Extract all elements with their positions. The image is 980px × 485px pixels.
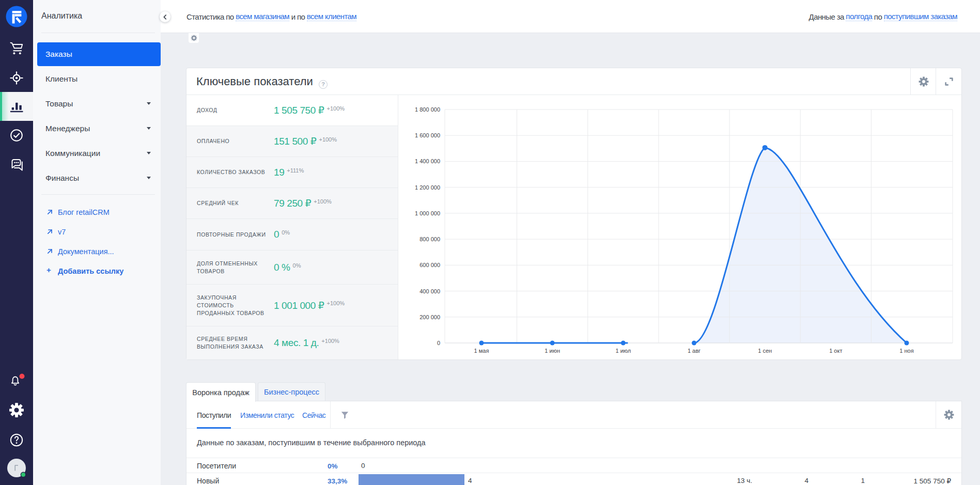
period-text-2: по [872, 12, 883, 21]
funnel-settings-button[interactable] [936, 401, 961, 428]
metric-value: 19 [274, 167, 284, 178]
data-point [550, 341, 555, 346]
stats-link-1[interactable]: всем магазинам [236, 12, 289, 21]
x-axis-label: 1 сен [758, 348, 772, 354]
tab-business-process[interactable]: Бизнес-процесс [258, 382, 325, 401]
metric-row: Доход1 505 750 ₽+100% [186, 95, 398, 126]
chevron-down-icon [147, 152, 151, 154]
funnel-row-clients: 1 [808, 477, 865, 484]
gear-icon [191, 35, 197, 41]
funnel-subtabs: ПоступилиИзменили статусСейчас [186, 401, 330, 429]
metric-row: Среднее время выполнения заказа4 мес. 1 … [186, 326, 398, 359]
period-link-1[interactable]: полгода [846, 12, 872, 21]
funnel-panel: ПоступилиИзменили статусСейчас Данные по… [186, 401, 962, 485]
rail-item-help[interactable] [0, 431, 33, 449]
funnel-row-name: Новый [197, 477, 219, 485]
metric-label: Закупочная стоимость проданных товаров [197, 294, 274, 317]
line-chart: 0200 000400 000600 000800 0001 000 0001 … [398, 95, 962, 360]
sidebar-link-docs[interactable]: Документация... [33, 245, 161, 258]
y-axis-label: 1 400 000 [415, 158, 440, 164]
question-circle-icon [8, 431, 25, 449]
topbar: Статистика по всем магазинам и по всем к… [161, 0, 980, 33]
subtab-now[interactable]: Сейчас [302, 401, 325, 429]
metric-value: 0 % [274, 262, 290, 273]
rail-item-analytics[interactable] [0, 99, 33, 114]
metric-row: Средний чек79 250 ₽+100% [186, 187, 398, 218]
external-link-icon [46, 209, 53, 215]
settings-gear-icon [8, 401, 25, 419]
kpi-card-title: Ключевые показатели [196, 75, 313, 88]
metric-delta: +100% [321, 338, 339, 344]
metric-delta: +100% [327, 105, 345, 112]
metric-value: 1 001 000 ₽ [274, 300, 324, 311]
main-area: Статистика по всем магазинам и по всем к… [161, 0, 980, 485]
tab-sales-funnel[interactable]: Воронка продаж [186, 382, 256, 402]
subtab-status-changed[interactable]: Изменили статус [240, 401, 294, 429]
metric-row: Повторные продажи00% [186, 218, 398, 250]
funnel-description-row: Данные по заказам, поступившим в течение… [186, 429, 961, 458]
sidebar-item-label: Финансы [45, 174, 79, 183]
sidebar-link-v7[interactable]: v7 [33, 226, 161, 238]
sidebar-collapse-button[interactable] [160, 11, 170, 22]
funnel-row-bar-value: 4 [468, 477, 472, 484]
bar-chart-icon [9, 100, 24, 113]
metric-row: Закупочная стоимость проданных товаров1 … [186, 284, 398, 326]
funnel-section: Воронка продажБизнес-процесс ПоступилиИз… [186, 382, 962, 485]
y-axis-label: 600 000 [419, 262, 440, 268]
sidebar-add-link-button[interactable]: +Добавить ссылку [33, 265, 161, 277]
bell-icon [7, 373, 26, 390]
y-axis-label: 0 [437, 340, 440, 346]
sidebar-item-finances[interactable]: Финансы [37, 166, 161, 190]
external-link-icon [46, 248, 53, 255]
funnel-row: Новый33,3%413 ч.411 505 750 ₽ [186, 473, 961, 485]
y-axis-label: 1 200 000 [415, 184, 440, 191]
metric-delta: +100% [327, 300, 345, 306]
metric-row: Оплачено151 500 ₽+100% [186, 126, 398, 157]
filter-icon[interactable] [341, 411, 349, 419]
help-icon[interactable]: ? [319, 80, 328, 89]
stats-text-0: Статистика по [186, 12, 236, 21]
metric-delta: 0% [282, 229, 290, 236]
sidebar-item-communications[interactable]: Коммуникации [37, 142, 161, 165]
kpi-expand-button[interactable] [936, 68, 961, 95]
rail-item-settings[interactable] [0, 401, 33, 419]
kpi-settings-button[interactable] [910, 68, 936, 95]
sidebar-title: Аналитика [41, 11, 82, 21]
retailcrm-logo-icon [6, 6, 27, 27]
metric-label: Среднее время выполнения заказа [197, 335, 274, 351]
sidebar-item-managers[interactable]: Менеджеры [37, 117, 161, 140]
tab-label: Воронка продаж [192, 388, 250, 397]
metric-label: Повторные продажи [197, 231, 274, 239]
chevron-down-icon [147, 102, 151, 105]
y-axis-label: 1 600 000 [415, 132, 440, 138]
avatar [6, 459, 27, 478]
tab-label: Бизнес-процесс [264, 388, 319, 396]
sidebar-link-label: v7 [58, 228, 66, 236]
stats-link-3[interactable]: всем клиентам [307, 12, 356, 21]
rail-item-orders[interactable] [0, 40, 33, 58]
y-axis-label: 400 000 [419, 288, 440, 294]
retailcrm-logo[interactable] [0, 6, 33, 27]
subtab-received[interactable]: Поступили [197, 401, 231, 429]
sidebar-item-clients[interactable]: Клиенты [37, 67, 161, 91]
subtab-label: Поступили [197, 411, 231, 419]
rail-item-notifications[interactable] [0, 373, 33, 390]
period-link-3[interactable]: поступившим заказам [884, 12, 957, 21]
sidebar-item-products[interactable]: Товары [37, 92, 161, 116]
topbar-period-text: Данные за полгода по поступившим заказам [809, 0, 957, 33]
sidebar-item-orders[interactable]: Заказы [37, 42, 161, 66]
funnel-row-name: Посетители [197, 462, 236, 470]
metric-value: 0 [274, 229, 279, 240]
rail-item-account[interactable] [0, 459, 33, 478]
dashboard-settings-button[interactable] [189, 33, 199, 43]
external-link-icon [46, 228, 53, 235]
gear-icon [943, 409, 955, 420]
sidebar: Аналитика ЗаказыКлиентыТоварыМенеджерыКо… [33, 0, 161, 485]
metric-label: Средний чек [197, 199, 274, 207]
icon-rail [0, 0, 33, 485]
sidebar-link-blog[interactable]: Блог retailCRM [33, 206, 161, 218]
metric-row: Доля отмененных товаров0 %0% [186, 250, 398, 284]
rail-item-chats[interactable] [0, 156, 33, 175]
rail-item-geography[interactable] [0, 69, 33, 87]
rail-item-tasks[interactable] [0, 127, 33, 144]
